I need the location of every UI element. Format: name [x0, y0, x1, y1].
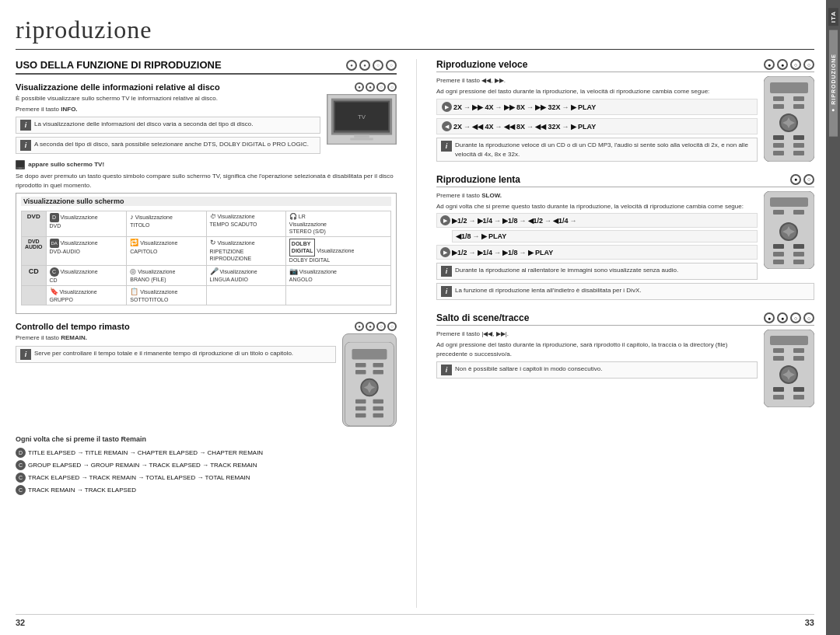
ctrl-note: i Serve per controllare il tempo totale …	[16, 346, 336, 363]
svg-text:TV: TV	[358, 113, 366, 120]
ff-8x-back: ◀◀ 8X	[504, 123, 526, 131]
riproduzione-tab: ● RIPRODUZIONE	[829, 30, 838, 137]
salto-note-text: Non è possibile saltare i capitoli in mo…	[455, 365, 602, 373]
seq-row-3: C TRACK ELAPSED → TRACK REMAIN → TOTAL E…	[16, 473, 397, 483]
seq-text-3: TRACK ELAPSED → TRACK REMAIN → TOTAL ELA…	[28, 474, 250, 481]
svg-rect-26	[373, 413, 384, 417]
svg-rect-60	[770, 336, 808, 345]
veloce-title: Riproduzione veloce	[436, 59, 527, 70]
repeat-icon: 🔁	[130, 239, 138, 246]
svg-rect-55	[773, 252, 784, 256]
capitolo-cell: 🔁 VisualizzazioneCAPITOLO	[127, 237, 206, 265]
svg-rect-64	[793, 356, 804, 361]
slow-1-8: ▶1/8	[502, 217, 518, 225]
seq-text-4: TRACK REMAIN → TRACK ELAPSED	[28, 487, 136, 494]
slow2-1-2: ▶1/2	[452, 249, 467, 256]
seq-text-1: TITLE ELAPSED → TITLE REMAIN → CHAPTER E…	[28, 449, 263, 456]
slow-arr-5: →	[570, 217, 577, 225]
page-numbers: 32 33	[16, 614, 814, 627]
slow-1-2: ▶1/2	[452, 217, 467, 225]
salto-disc-1: ●	[764, 312, 775, 323]
svg-rect-71	[793, 387, 804, 392]
ff-4x-back: ◀◀ 4X	[472, 123, 494, 131]
appare-label: appare sullo schermo TV!	[16, 160, 397, 169]
salto-content: Premere il tasto |◀◀, ▶▶|. Ad ogni press…	[436, 330, 814, 409]
dvd-titolo-cell: ♪ VisualizzazioneTITOLO	[127, 211, 206, 237]
ff-arrow-6: →	[495, 123, 502, 131]
viz-disc-3: ○	[376, 82, 386, 92]
ita-tab: ITA	[828, 8, 838, 26]
ctrl-disc-2: ●	[366, 322, 375, 331]
left-page-num: 32	[16, 618, 25, 627]
disc-icon-3: ○	[373, 60, 383, 71]
svg-rect-14	[355, 370, 366, 374]
slow2-1-4: ▶1/4	[478, 249, 493, 256]
svg-rect-28	[770, 82, 808, 93]
svg-rect-40	[773, 143, 784, 148]
svg-rect-15	[373, 370, 384, 374]
svg-rect-13	[373, 363, 384, 367]
slow-seq-1: ▶ ▶1/2 → ▶1/4 → ▶1/8 → ◀1/2 → ◀1/4 →	[436, 213, 758, 228]
ff-2x: 2X	[453, 103, 462, 111]
riproduzione-lenta-section: Riproduzione lenta ● ○	[436, 174, 814, 303]
ff-arrow-4: →	[562, 103, 569, 111]
ff-4x-fwd: ▶▶ 4X	[472, 103, 494, 111]
svg-rect-53	[773, 244, 784, 249]
ctrl-note-icon: i	[20, 349, 31, 360]
ff-seq-2: ◀ 2X → ◀◀ 4X → ◀◀ 8X → ◀◀ 32X → ▶ PLAY	[436, 118, 758, 134]
dvd-audio-label-cell: DVDAUDIO	[22, 237, 47, 265]
slow2-1-8: ▶1/8	[502, 249, 518, 256]
headphone-icon: 🎧	[289, 213, 297, 220]
note-icon-2: i	[20, 140, 31, 151]
controllo-header: Controllo del tempo rimasto ● ● ○ ○	[16, 322, 397, 331]
ff-seq-back-icon: ◀	[442, 121, 452, 131]
svg-rect-63	[773, 356, 784, 361]
remote-salto	[764, 330, 814, 409]
veloce-note-icon: i	[441, 141, 452, 152]
svg-rect-62	[793, 348, 804, 353]
right-side-tab: ITA ● RIPRODUZIONE	[826, 0, 840, 635]
slow-b-1-2: ◀1/2	[528, 217, 544, 225]
visualizzazione-title: Visualizzazione delle informazioni relat…	[16, 82, 220, 92]
bookmark-icon: 🔖	[50, 288, 58, 295]
left-column: USO DELLA FUNZIONE DI RIPRODUZIONE ● ● ○…	[16, 59, 397, 608]
ff-arrow-1: →	[464, 103, 471, 111]
lenta-icons: ● ○	[790, 174, 814, 185]
controllo-content: Premere il tasto REMAIN. i Serve per con…	[16, 333, 397, 427]
svg-rect-42	[773, 151, 784, 155]
controllo-icons: ● ● ○ ○	[355, 322, 397, 331]
seq-row-4: C TRACK REMAIN → TRACK ELAPSED	[16, 485, 397, 495]
svg-rect-46	[773, 210, 784, 215]
disc-icon-2: ●	[359, 60, 370, 71]
veloce-icons: ● ● ○ ○	[764, 59, 814, 70]
slow2-arr-2: →	[494, 249, 501, 256]
ff-arrow-3: →	[527, 103, 534, 111]
visualizzazione-header: Visualizzazione delle informazioni relat…	[16, 82, 397, 92]
lenta-disc-1: ●	[790, 174, 801, 185]
ff-32x-back: ◀◀ 32X	[535, 123, 561, 131]
viz-disc-2: ●	[366, 82, 375, 92]
ctrl-note-text: Serve per controllare il tempo totale e …	[34, 349, 293, 358]
veloce-content: Premere il tasto ◀◀, ▶▶. Ad ogni pressio…	[436, 76, 814, 165]
display-table: DVD D VisualizzazioneDVD ♪ Visualizzazio…	[21, 211, 391, 306]
slow-arr-4: →	[544, 217, 551, 225]
tempo-icon: ⏱	[210, 213, 216, 220]
slow2-arr-3: →	[520, 249, 527, 256]
lenta-header: Riproduzione lenta ● ○	[436, 174, 814, 187]
seq-text-2: GROUP ELAPSED → GROUP REMAIN → TRACK ELA…	[28, 462, 257, 469]
dolby-cell: DOLBYDIGITAL VisualizzazioneDOLBY DIGITA…	[285, 237, 390, 265]
slow-arr-2: →	[494, 217, 501, 225]
svg-rect-9	[19, 168, 22, 169]
ff-seq-1: ▶ 2X → ▶▶ 4X → ▶▶ 8X → ▶▶ 32X → ▶ PLAY	[436, 99, 758, 115]
svg-rect-41	[793, 143, 804, 148]
svg-rect-38	[773, 135, 784, 140]
slow-arr-6: →	[473, 232, 480, 240]
lenta-note-text-1: Durante la riproduzione al rallentatore …	[455, 266, 678, 274]
svg-rect-23	[355, 406, 366, 410]
ff-2x-back: 2X	[453, 123, 462, 131]
lenta-desc2: Ad ogni volta che si preme questo tasto …	[436, 202, 814, 211]
seq-icon-cd1: C	[16, 460, 26, 470]
subtitle-icon: 📋	[130, 288, 138, 295]
lenta-disc-2: ○	[803, 174, 814, 185]
veloce-disc-1: ●	[764, 59, 775, 70]
